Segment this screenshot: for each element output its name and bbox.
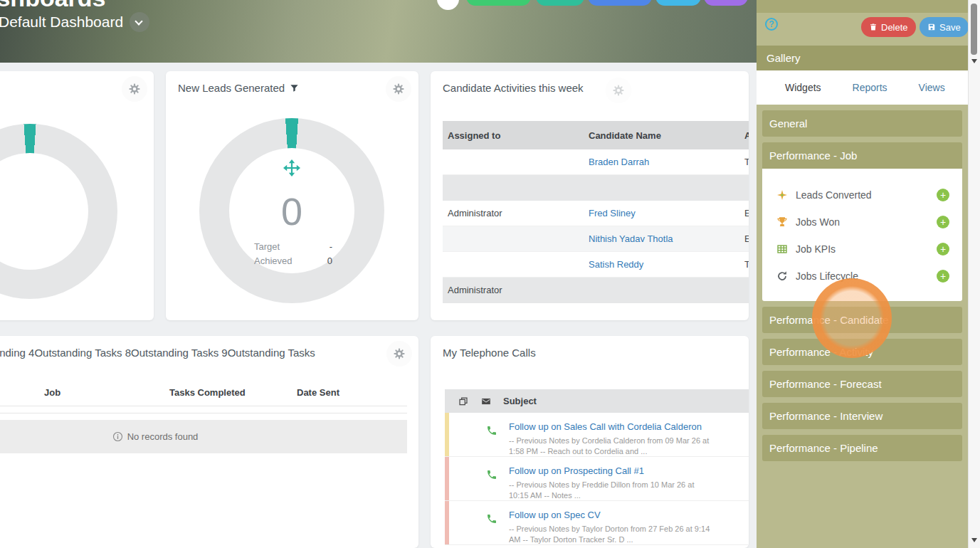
- scroll-down-arrow-icon[interactable]: [971, 59, 977, 63]
- header-action-pill-2[interactable]: [536, 0, 584, 6]
- header-action-pill-4[interactable]: [655, 0, 701, 6]
- chevron-down-icon: [135, 17, 142, 25]
- candidate-link[interactable]: Braden Darrah: [589, 157, 649, 167]
- widget-title: Candidate Activities this week: [443, 82, 584, 94]
- column-header: Subject: [503, 396, 537, 406]
- table-header-row: Assigned to Candidate Name A: [443, 121, 749, 149]
- widget-label: Leads Converted: [796, 189, 937, 201]
- panel-top-strip: [757, 0, 968, 13]
- widget-settings-button[interactable]: [386, 341, 412, 367]
- table-header-row: Subject: [445, 389, 749, 413]
- stat-label: Target: [254, 240, 280, 254]
- section-general[interactable]: General: [762, 110, 962, 137]
- info-icon: [112, 431, 123, 442]
- header-action-pill-1[interactable]: [466, 0, 531, 6]
- call-note: -- Previous Notes by Taylor Dorton from …: [509, 524, 714, 545]
- gallery-header[interactable]: Gallery: [757, 46, 968, 70]
- table-row: Administrator: [443, 278, 749, 303]
- priority-strip: [445, 413, 449, 456]
- tab-widgets[interactable]: Widgets: [774, 70, 833, 105]
- list-item-job-kpis[interactable]: Job KPIs +: [762, 236, 962, 263]
- delete-button[interactable]: Delete: [861, 17, 916, 37]
- section-performance-job[interactable]: Performance - Job: [762, 142, 962, 169]
- stat-value: -: [330, 240, 332, 254]
- dashboard-switcher-button[interactable]: [130, 12, 149, 32]
- call-subject-link[interactable]: Follow up on Prospecting Call #1: [509, 465, 644, 476]
- scrollbar-thumb[interactable]: [971, 4, 977, 55]
- donut-center-value: 0: [221, 189, 363, 233]
- gear-icon: [612, 84, 625, 97]
- stat-label: Achieved: [254, 254, 292, 268]
- widget-label: Job KPIs: [796, 243, 937, 255]
- widget-telephone-calls: My Telephone Calls Subject Follow up on …: [431, 336, 749, 548]
- kpi-grid-icon: [776, 243, 788, 255]
- table-row: [443, 175, 749, 201]
- header-action-pill-3[interactable]: [588, 0, 652, 6]
- widget-settings-button[interactable]: [386, 76, 411, 102]
- widget-label: Jobs Lifecycle: [796, 270, 937, 282]
- list-item-leads-converted[interactable]: Leads Converted +: [762, 181, 962, 209]
- gear-icon: [392, 83, 405, 95]
- list-item-jobs-lifecycle[interactable]: Jobs Lifecycle +: [762, 263, 962, 290]
- gear-icon: [393, 347, 406, 360]
- table-row: Follow up on Prospecting Call #1 -- Prev…: [445, 457, 749, 501]
- table-row: Nithish Yadav Thotla E: [443, 226, 749, 252]
- dashboard-page: Dashboards Default Dashboard New Leads G…: [0, 0, 980, 548]
- widget-title: My Telephone Calls: [443, 347, 536, 359]
- section-performance-activity[interactable]: Performance - Activity: [762, 339, 962, 365]
- call-subject-link[interactable]: Follow up on Spec CV: [509, 510, 601, 520]
- section-performance-interview[interactable]: Performance - Interview: [762, 403, 962, 429]
- tab-views[interactable]: Views: [907, 70, 957, 105]
- add-widget-button[interactable]: +: [937, 243, 949, 255]
- widget-settings-button[interactable]: [606, 78, 631, 103]
- divider: [0, 406, 407, 406]
- trophy-icon: [776, 216, 788, 228]
- filter-icon[interactable]: [290, 83, 299, 93]
- telephone-calls-table: Subject Follow up on Sales Call with Cor…: [445, 389, 749, 545]
- add-widget-button[interactable]: +: [937, 270, 949, 283]
- candidate-link[interactable]: Satish Reddy: [589, 259, 643, 270]
- column-header: Date Sent: [297, 387, 339, 398]
- save-button[interactable]: Save: [920, 17, 969, 37]
- page-title: Dashboards: [0, 0, 106, 12]
- column-header: A: [740, 130, 749, 141]
- call-note: -- Previous Notes by Freddie Dillon from…: [509, 480, 714, 501]
- list-item-jobs-won[interactable]: Jobs Won +: [762, 209, 962, 236]
- vertical-scrollbar[interactable]: [968, 0, 980, 548]
- widget-settings-button[interactable]: [122, 76, 147, 102]
- envelope-icon: [481, 396, 491, 406]
- candidate-link[interactable]: Fred Sliney: [589, 208, 636, 218]
- phone-icon: [486, 469, 497, 480]
- gallery-sections: General Performance - Job Leads Converte…: [762, 110, 962, 467]
- table-row: Follow up on Spec CV -- Previous Notes b…: [445, 501, 749, 545]
- priority-strip: [445, 501, 449, 544]
- divider: [0, 413, 407, 413]
- section-performance-candidate[interactable]: Performance - Candidate: [762, 307, 962, 333]
- widget-title: New Leads Generated: [178, 82, 299, 94]
- call-subject-link[interactable]: Follow up on Sales Call with Cordelia Ca…: [509, 421, 702, 432]
- header-action-pill-5[interactable]: [704, 0, 748, 6]
- donut-stats: Target- Achieved0: [254, 240, 332, 268]
- section-performance-pipeline[interactable]: Performance - Pipeline: [762, 435, 962, 461]
- save-icon: [927, 23, 936, 31]
- dashboard-name: Default Dashboard: [0, 14, 123, 31]
- add-widget-button[interactable]: +: [937, 216, 949, 228]
- widget-donut-partial: [0, 71, 154, 320]
- tab-reports[interactable]: Reports: [841, 70, 899, 105]
- help-button[interactable]: ?: [765, 18, 778, 31]
- candidate-link[interactable]: Nithish Yadav Thotla: [589, 233, 673, 244]
- widget-new-leads-generated: New Leads Generated 0 Target- Achieved0: [166, 71, 418, 320]
- stat-value: 0: [327, 254, 332, 268]
- avatar[interactable]: [437, 0, 459, 10]
- add-widget-button[interactable]: +: [937, 189, 949, 201]
- drag-handle-icon[interactable]: [283, 159, 300, 176]
- scroll-down-arrow-icon[interactable]: [971, 538, 977, 542]
- call-note: -- Previous Notes by Cordelia Calderon f…: [509, 436, 714, 457]
- gallery-panel: ? Delete Save Gallery Widgets Reports Vi…: [757, 0, 968, 548]
- donut-chart: [0, 124, 117, 299]
- section-performance-forecast[interactable]: Performance - Forecast: [762, 371, 962, 397]
- copy-icon: [458, 396, 468, 406]
- candidate-activities-table: Assigned to Candidate Name A Braden Darr…: [443, 121, 749, 303]
- phone-icon: [486, 513, 497, 525]
- priority-strip: [445, 457, 449, 500]
